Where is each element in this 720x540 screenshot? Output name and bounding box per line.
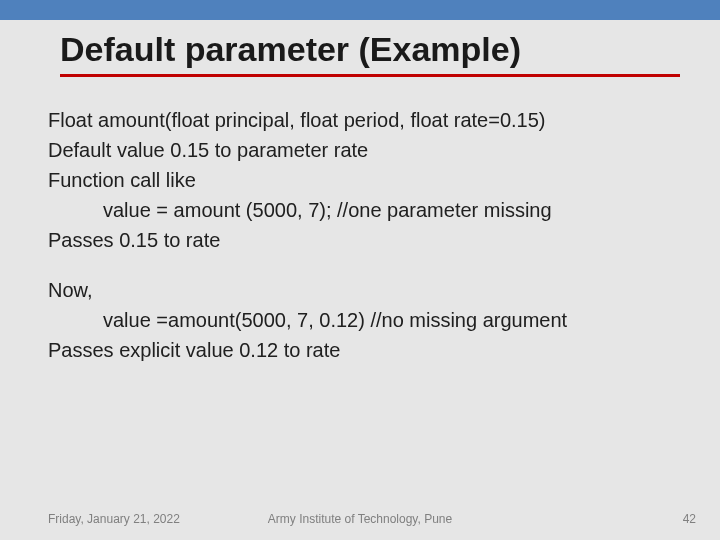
title-underline (60, 74, 680, 77)
line-5: Passes 0.15 to rate (48, 225, 672, 255)
top-accent-band (0, 0, 720, 20)
line-7: value =amount(5000, 7, 0.12) //no missin… (48, 305, 672, 335)
line-3: Function call like (48, 165, 672, 195)
line-6: Now, (48, 275, 672, 305)
footer-date: Friday, January 21, 2022 (48, 512, 180, 526)
line-4: value = amount (5000, 7); //one paramete… (48, 195, 672, 225)
body-text: Float amount(float principal, float peri… (48, 105, 672, 365)
footer-page-number: 42 (683, 512, 696, 526)
footer-org: Army Institute of Technology, Pune (268, 512, 452, 526)
line-1: Float amount(float principal, float peri… (48, 105, 672, 135)
footer: Friday, January 21, 2022 Army Institute … (0, 512, 720, 526)
line-8: Passes explicit value 0.12 to rate (48, 335, 672, 365)
line-2: Default value 0.15 to parameter rate (48, 135, 672, 165)
title-block: Default parameter (Example) (60, 32, 680, 77)
slide: Default parameter (Example) Float amount… (0, 0, 720, 540)
slide-title: Default parameter (Example) (60, 32, 680, 68)
